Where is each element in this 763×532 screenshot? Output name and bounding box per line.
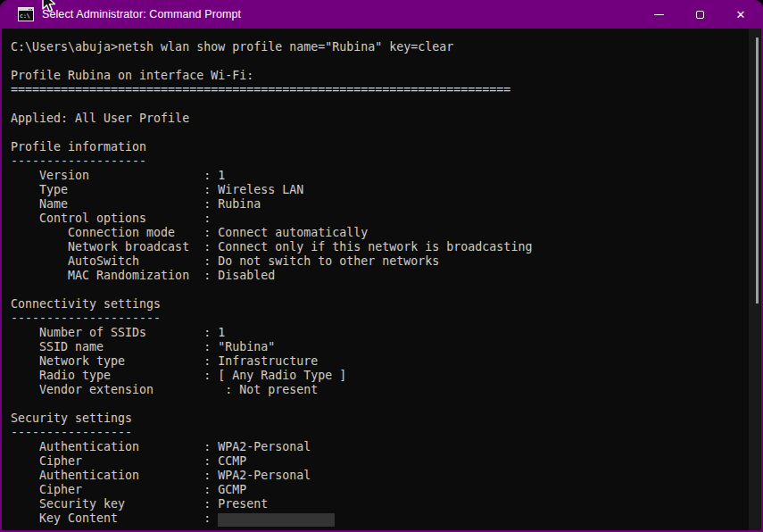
command-prompt-icon: c:\ xyxy=(18,7,34,21)
key-content-line: Key Content : xyxy=(11,511,335,525)
mouse-cursor-icon xyxy=(41,0,56,13)
redacted-key-content-box xyxy=(218,513,335,527)
terminal-output[interactable]: C:\Users\abuja>netsh wlan show profile n… xyxy=(2,29,747,530)
scrollbar-thumb[interactable] xyxy=(756,37,759,303)
terminal-content[interactable]: C:\Users\abuja>netsh wlan show profile n… xyxy=(2,29,761,530)
maximize-square-icon xyxy=(696,11,704,19)
maximize-button[interactable] xyxy=(679,0,720,29)
vertical-scrollbar[interactable] xyxy=(749,29,761,530)
svg-text:c:\: c:\ xyxy=(20,12,30,20)
command-prompt-window: c:\ Select Administrator: Command Prompt… xyxy=(0,0,763,532)
titlebar[interactable]: c:\ Select Administrator: Command Prompt… xyxy=(2,0,761,29)
window-controls: ✕ xyxy=(638,0,761,29)
minimize-button[interactable] xyxy=(638,0,679,29)
close-icon: ✕ xyxy=(736,8,746,21)
key-content-label: Key Content : xyxy=(11,511,218,525)
terminal-text: C:\Users\abuja>netsh wlan show profile n… xyxy=(11,40,532,511)
window-title: Select Administrator: Command Prompt xyxy=(42,8,241,21)
close-button[interactable]: ✕ xyxy=(720,0,761,29)
minimize-line-icon xyxy=(654,14,664,15)
